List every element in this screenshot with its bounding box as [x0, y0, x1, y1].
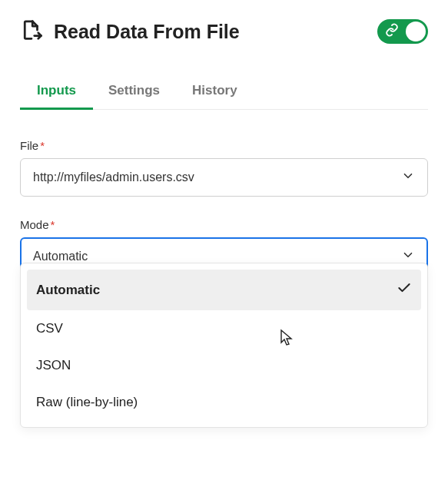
- mode-field-group: Mode* Automatic Automatic CSV JSON Raw (: [20, 218, 428, 276]
- mode-option-raw[interactable]: Raw (line-by-line): [27, 384, 421, 421]
- panel-header: Read Data From File: [20, 18, 428, 45]
- file-label: File*: [20, 139, 428, 152]
- mode-label-text: Mode: [20, 218, 49, 231]
- option-label: JSON: [36, 358, 71, 373]
- option-label: Raw (line-by-line): [36, 395, 138, 410]
- tab-inputs[interactable]: Inputs: [37, 77, 76, 109]
- mode-option-csv[interactable]: CSV: [27, 310, 421, 347]
- link-icon: [385, 23, 399, 40]
- tab-settings[interactable]: Settings: [108, 77, 160, 109]
- mode-option-json[interactable]: JSON: [27, 347, 421, 384]
- link-toggle[interactable]: [377, 19, 428, 44]
- option-label: CSV: [36, 321, 63, 336]
- check-icon: [397, 280, 412, 300]
- option-label: Automatic: [36, 283, 100, 298]
- panel-title: Read Data From File: [54, 21, 367, 43]
- mode-dropdown: Automatic CSV JSON Raw (line-by-line): [20, 263, 428, 428]
- tab-history[interactable]: History: [192, 77, 237, 109]
- file-label-text: File: [20, 139, 38, 152]
- chevron-down-icon: [401, 169, 415, 186]
- required-marker: *: [51, 218, 55, 231]
- mode-option-automatic[interactable]: Automatic: [27, 270, 421, 310]
- toggle-knob: [406, 22, 426, 41]
- file-value: http://myfiles/admin.users.csv: [33, 170, 194, 184]
- form: File* http://myfiles/admin.users.csv Mod…: [20, 139, 428, 276]
- mode-label: Mode*: [20, 218, 428, 231]
- required-marker: *: [40, 139, 45, 152]
- file-select[interactable]: http://myfiles/admin.users.csv: [20, 158, 428, 197]
- file-export-icon: [20, 18, 43, 45]
- mode-value: Automatic: [33, 250, 88, 263]
- file-field-group: File* http://myfiles/admin.users.csv: [20, 139, 428, 197]
- tab-bar: Inputs Settings History: [20, 77, 428, 110]
